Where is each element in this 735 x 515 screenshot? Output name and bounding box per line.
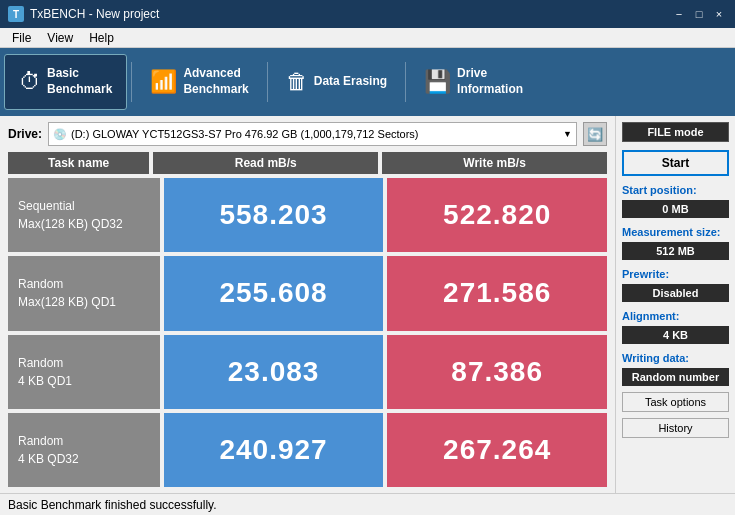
prewrite-label: Prewrite:	[622, 268, 729, 280]
row3-label-text: Random 4 KB QD1	[18, 354, 72, 390]
measurement-size-value: 512 MB	[622, 242, 729, 260]
drive-value: (D:) GLOWAY YCT512GS3-S7 Pro 476.92 GB (…	[71, 128, 563, 140]
col-read: Read mB/s	[153, 152, 378, 174]
window-controls[interactable]: − □ ×	[671, 6, 727, 22]
toolbar-separator-2	[267, 62, 268, 102]
maximize-button[interactable]: □	[691, 6, 707, 22]
table-row: Random 4 KB QD32 240.927 267.264	[8, 413, 607, 487]
minimize-button[interactable]: −	[671, 6, 687, 22]
task-options-button[interactable]: Task options	[622, 392, 729, 412]
row2-write: 271.586	[387, 256, 607, 330]
data-erasing-label: Data Erasing	[314, 74, 387, 90]
benchmark-table: Task name Read mB/s Write mB/s Sequentia…	[8, 152, 607, 487]
app-icon: T	[8, 6, 24, 22]
row2-label: Random Max(128 KB) QD1	[8, 256, 160, 330]
menu-file[interactable]: File	[4, 30, 39, 46]
toolbar: ⏱ BasicBenchmark 📶 AdvancedBenchmark 🗑 D…	[0, 48, 735, 116]
menu-view[interactable]: View	[39, 30, 81, 46]
table-header: Task name Read mB/s Write mB/s	[8, 152, 607, 174]
drive-information-label: DriveInformation	[457, 66, 523, 97]
file-mode-button[interactable]: FILE mode	[622, 122, 729, 142]
row1-label-text: Sequential Max(128 KB) QD32	[18, 197, 123, 233]
drive-label: Drive:	[8, 127, 42, 141]
table-row: Sequential Max(128 KB) QD32 558.203 522.…	[8, 178, 607, 252]
refresh-icon: 🔄	[587, 127, 603, 142]
drive-row: Drive: 💿 (D:) GLOWAY YCT512GS3-S7 Pro 47…	[8, 122, 607, 146]
row4-label: Random 4 KB QD32	[8, 413, 160, 487]
basic-benchmark-icon: ⏱	[19, 69, 41, 95]
drive-select[interactable]: 💿 (D:) GLOWAY YCT512GS3-S7 Pro 476.92 GB…	[48, 122, 577, 146]
window-title: TxBENCH - New project	[30, 7, 159, 21]
status-bar: Basic Benchmark finished successfully.	[0, 493, 735, 515]
content-area: Drive: 💿 (D:) GLOWAY YCT512GS3-S7 Pro 47…	[0, 116, 615, 493]
toolbar-data-erasing[interactable]: 🗑 Data Erasing	[272, 54, 401, 110]
main-area: Drive: 💿 (D:) GLOWAY YCT512GS3-S7 Pro 47…	[0, 116, 735, 493]
drive-refresh-button[interactable]: 🔄	[583, 122, 607, 146]
start-position-label: Start position:	[622, 184, 729, 196]
row4-read: 240.927	[164, 413, 384, 487]
drive-icon: 💿	[53, 128, 67, 141]
col-write: Write mB/s	[382, 152, 607, 174]
row1-label: Sequential Max(128 KB) QD32	[8, 178, 160, 252]
row3-label: Random 4 KB QD1	[8, 335, 160, 409]
row1-read: 558.203	[164, 178, 384, 252]
drive-dropdown-icon: ▼	[563, 129, 572, 139]
toolbar-separator-3	[405, 62, 406, 102]
close-button[interactable]: ×	[711, 6, 727, 22]
alignment-label: Alignment:	[622, 310, 729, 322]
table-row: Random 4 KB QD1 23.083 87.386	[8, 335, 607, 409]
data-erasing-icon: 🗑	[286, 69, 308, 95]
menu-bar: File View Help	[0, 28, 735, 48]
start-position-value: 0 MB	[622, 200, 729, 218]
alignment-value: 4 KB	[622, 326, 729, 344]
status-message: Basic Benchmark finished successfully.	[8, 498, 217, 512]
writing-data-value: Random number	[622, 368, 729, 386]
row2-read: 255.608	[164, 256, 384, 330]
table-row: Random Max(128 KB) QD1 255.608 271.586	[8, 256, 607, 330]
right-panel: FILE mode Start Start position: 0 MB Mea…	[615, 116, 735, 493]
history-button[interactable]: History	[622, 418, 729, 438]
col-task-name: Task name	[8, 152, 149, 174]
drive-information-icon: 💾	[424, 69, 451, 95]
writing-data-label: Writing data:	[622, 352, 729, 364]
toolbar-drive-information[interactable]: 💾 DriveInformation	[410, 54, 537, 110]
row3-read: 23.083	[164, 335, 384, 409]
row2-label-text: Random Max(128 KB) QD1	[18, 275, 116, 311]
row3-write: 87.386	[387, 335, 607, 409]
toolbar-basic-benchmark[interactable]: ⏱ BasicBenchmark	[4, 54, 127, 110]
row4-label-text: Random 4 KB QD32	[18, 432, 79, 468]
basic-benchmark-label: BasicBenchmark	[47, 66, 112, 97]
start-button[interactable]: Start	[622, 150, 729, 176]
row1-write: 522.820	[387, 178, 607, 252]
row4-write: 267.264	[387, 413, 607, 487]
advanced-benchmark-label: AdvancedBenchmark	[183, 66, 248, 97]
menu-help[interactable]: Help	[81, 30, 122, 46]
toolbar-advanced-benchmark[interactable]: 📶 AdvancedBenchmark	[136, 54, 262, 110]
advanced-benchmark-icon: 📶	[150, 69, 177, 95]
title-bar: T TxBENCH - New project − □ ×	[0, 0, 735, 28]
toolbar-separator-1	[131, 62, 132, 102]
measurement-size-label: Measurement size:	[622, 226, 729, 238]
prewrite-value: Disabled	[622, 284, 729, 302]
